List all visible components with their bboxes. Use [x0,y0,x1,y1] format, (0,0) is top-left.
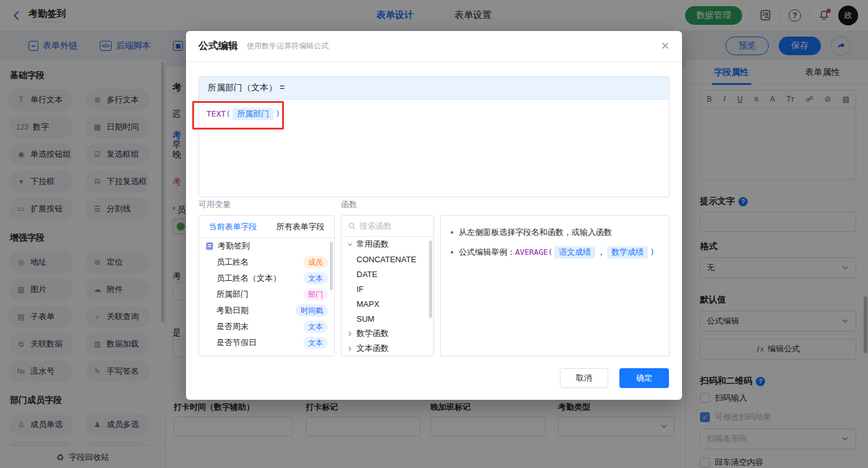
variables-panel: 当前表单字段 所有表单字段 考勤签到 员工姓名成员员工姓名（文本）文本所属部门部… [198,215,335,356]
functions-panel: 搜索函数 常用函数CONCATENATEDATEIFMAPXSUM数学函数文本函… [341,215,434,356]
variable-name: 是否节假日 [216,337,303,348]
function-group-collapsed[interactable]: 数学函数 [342,326,433,341]
variable-row[interactable]: 员工姓名成员 [199,254,334,270]
variable-row[interactable]: 所属部门部门 [199,286,334,302]
function-group-collapsed[interactable]: 文本函数 [342,341,433,356]
formula-target: 所属部门（文本） = [199,77,669,100]
variable-name: 所属部门 [216,289,303,300]
chevron-down-icon [347,241,353,248]
variable-row[interactable]: 员工姓名（文本）文本 [199,270,334,286]
function-item[interactable]: DATE [342,267,433,281]
variable-type-tag: 文本 [303,337,328,349]
formula-help-panel: 从左侧面板选择字段名和函数，或输入函数 公式编辑举例：AVERAGE(语文成绩，… [440,215,670,356]
modal-subtitle: 使用数学运算符编辑公式 [247,41,329,51]
bullet [451,231,453,234]
variable-row[interactable]: 是否节假日文本 [199,335,334,351]
close-icon[interactable]: ✕ [661,40,670,53]
search-icon [348,222,356,230]
variable-type-tag: 成员 [303,256,328,268]
functions-label: 函数 [341,199,357,210]
chevron-right-icon [347,330,353,337]
function-item[interactable]: CONCATENATE [342,252,433,267]
confirm-button[interactable]: 确定 [619,368,669,388]
variable-name: 是否周末 [216,321,303,332]
variable-row[interactable]: 是否周末文本 [199,319,334,335]
function-group-name: 文本函数 [356,343,389,354]
formula-edit-modal: 公式编辑 使用数学运算符编辑公式 ✕ 所属部门（文本） = TEXT(所属部门)… [186,31,682,400]
variable-name: 员工姓名（文本） [216,273,303,284]
variable-type-tag: 文本 [303,320,328,333]
form-node[interactable]: 考勤签到 [199,238,334,254]
function-item[interactable]: SUM [342,311,433,326]
variables-scrollbar[interactable] [330,242,333,290]
variable-type-tag: 部门 [303,288,328,301]
formula-editor[interactable]: 所属部门（文本） = TEXT(所属部门) [198,76,670,197]
cancel-button[interactable]: 取消 [560,368,608,388]
variable-row[interactable]: 考勤日期时间戳 [199,302,334,319]
bullet [451,251,453,254]
variable-type-tag: 文本 [303,272,328,285]
annotation-red-box [192,101,284,130]
tab-all-form-fields[interactable]: 所有表单字段 [277,221,325,232]
chevron-right-icon [347,345,353,352]
function-item[interactable]: MAPX [342,296,433,311]
search-placeholder: 搜索函数 [360,221,392,232]
function-group-name: 数学函数 [356,328,389,339]
modal-title: 公式编辑 [198,40,238,53]
variable-name: 考勤日期 [216,305,296,316]
variables-label: 可用变量 [198,199,231,210]
tab-current-form-fields[interactable]: 当前表单字段 [209,221,257,232]
function-item[interactable]: IF [342,281,433,296]
variable-type-tag: 时间戳 [296,304,328,317]
variable-name: 员工姓名 [216,257,303,268]
functions-scrollbar[interactable] [429,241,432,318]
help-line-2: 公式编辑举例：AVERAGE(语文成绩，数学成绩) [459,246,655,258]
help-line-1: 从左侧面板选择字段名和函数，或输入函数 [459,227,612,238]
function-group-name: 常用函数 [356,239,389,250]
function-group-expanded[interactable]: 常用函数 [342,237,433,252]
function-search[interactable]: 搜索函数 [342,216,433,237]
form-doc-icon [205,242,214,250]
form-node-label: 考勤签到 [218,241,250,252]
